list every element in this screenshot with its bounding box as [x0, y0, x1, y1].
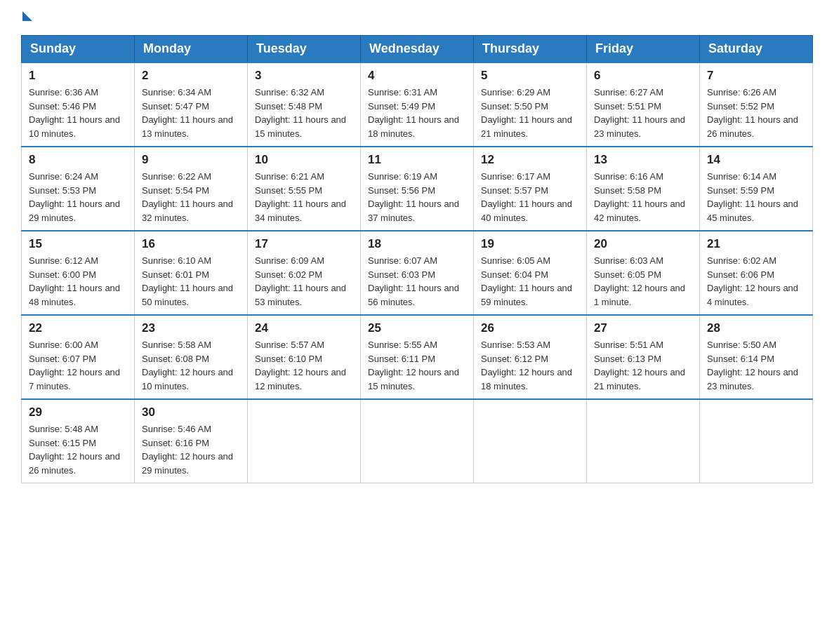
day-number: 1	[29, 69, 127, 83]
col-header-tuesday: Tuesday	[248, 36, 361, 63]
day-number: 28	[707, 321, 805, 335]
calendar-cell: 6 Sunrise: 6:27 AMSunset: 5:51 PMDayligh…	[587, 62, 700, 147]
day-number: 26	[481, 321, 579, 335]
day-number: 10	[255, 153, 353, 167]
day-number: 30	[142, 405, 240, 420]
day-number: 27	[594, 321, 692, 335]
day-number: 24	[255, 321, 353, 335]
calendar-cell: 16 Sunrise: 6:10 AMSunset: 6:01 PMDaylig…	[135, 231, 248, 315]
day-info: Sunrise: 6:22 AMSunset: 5:54 PMDaylight:…	[142, 170, 240, 224]
day-number: 15	[29, 237, 127, 251]
day-info: Sunrise: 6:16 AMSunset: 5:58 PMDaylight:…	[594, 170, 692, 224]
calendar-header-row: SundayMondayTuesdayWednesdayThursdayFrid…	[22, 36, 813, 63]
calendar-cell	[361, 399, 474, 483]
col-header-saturday: Saturday	[700, 36, 813, 63]
day-info: Sunrise: 6:07 AMSunset: 6:03 PMDaylight:…	[368, 254, 466, 309]
calendar-cell: 7 Sunrise: 6:26 AMSunset: 5:52 PMDayligh…	[700, 62, 813, 147]
calendar-cell	[474, 399, 587, 483]
week-row-5: 29 Sunrise: 5:48 AMSunset: 6:15 PMDaylig…	[22, 399, 813, 483]
day-info: Sunrise: 6:34 AMSunset: 5:47 PMDaylight:…	[142, 86, 240, 140]
calendar-cell: 8 Sunrise: 6:24 AMSunset: 5:53 PMDayligh…	[22, 147, 135, 231]
day-info: Sunrise: 6:09 AMSunset: 6:02 PMDaylight:…	[255, 254, 353, 309]
day-info: Sunrise: 5:51 AMSunset: 6:13 PMDaylight:…	[594, 338, 692, 393]
col-header-wednesday: Wednesday	[361, 36, 474, 63]
calendar-cell: 3 Sunrise: 6:32 AMSunset: 5:48 PMDayligh…	[248, 62, 361, 147]
calendar-cell: 17 Sunrise: 6:09 AMSunset: 6:02 PMDaylig…	[248, 231, 361, 315]
calendar-cell: 19 Sunrise: 6:05 AMSunset: 6:04 PMDaylig…	[474, 231, 587, 315]
day-info: Sunrise: 6:12 AMSunset: 6:00 PMDaylight:…	[29, 254, 127, 309]
day-info: Sunrise: 6:14 AMSunset: 5:59 PMDaylight:…	[707, 170, 805, 224]
calendar-cell: 21 Sunrise: 6:02 AMSunset: 6:06 PMDaylig…	[700, 231, 813, 315]
calendar-cell: 25 Sunrise: 5:55 AMSunset: 6:11 PMDaylig…	[361, 315, 474, 399]
day-number: 6	[594, 69, 692, 83]
col-header-monday: Monday	[135, 36, 248, 63]
day-info: Sunrise: 6:32 AMSunset: 5:48 PMDaylight:…	[255, 86, 353, 140]
week-row-3: 15 Sunrise: 6:12 AMSunset: 6:00 PMDaylig…	[22, 231, 813, 315]
calendar-cell: 1 Sunrise: 6:36 AMSunset: 5:46 PMDayligh…	[22, 62, 135, 147]
day-number: 14	[707, 153, 805, 167]
day-number: 17	[255, 237, 353, 251]
calendar-cell: 11 Sunrise: 6:19 AMSunset: 5:56 PMDaylig…	[361, 147, 474, 231]
day-info: Sunrise: 6:27 AMSunset: 5:51 PMDaylight:…	[594, 86, 692, 140]
week-row-1: 1 Sunrise: 6:36 AMSunset: 5:46 PMDayligh…	[22, 62, 813, 147]
calendar-cell	[248, 399, 361, 483]
day-info: Sunrise: 6:02 AMSunset: 6:06 PMDaylight:…	[707, 254, 805, 309]
logo	[21, 14, 32, 21]
calendar-cell: 14 Sunrise: 6:14 AMSunset: 5:59 PMDaylig…	[700, 147, 813, 231]
calendar-cell: 4 Sunrise: 6:31 AMSunset: 5:49 PMDayligh…	[361, 62, 474, 147]
calendar-cell	[700, 399, 813, 483]
day-info: Sunrise: 6:26 AMSunset: 5:52 PMDaylight:…	[707, 86, 805, 140]
calendar-cell: 5 Sunrise: 6:29 AMSunset: 5:50 PMDayligh…	[474, 62, 587, 147]
calendar-cell: 13 Sunrise: 6:16 AMSunset: 5:58 PMDaylig…	[587, 147, 700, 231]
day-number: 22	[29, 321, 127, 335]
day-number: 12	[481, 153, 579, 167]
day-number: 16	[142, 237, 240, 251]
day-info: Sunrise: 6:36 AMSunset: 5:46 PMDaylight:…	[29, 86, 127, 140]
day-number: 7	[707, 69, 805, 83]
calendar-cell: 29 Sunrise: 5:48 AMSunset: 6:15 PMDaylig…	[22, 399, 135, 483]
calendar-cell: 27 Sunrise: 5:51 AMSunset: 6:13 PMDaylig…	[587, 315, 700, 399]
calendar-cell: 24 Sunrise: 5:57 AMSunset: 6:10 PMDaylig…	[248, 315, 361, 399]
calendar-cell: 18 Sunrise: 6:07 AMSunset: 6:03 PMDaylig…	[361, 231, 474, 315]
day-number: 25	[368, 321, 466, 335]
page-header	[21, 14, 813, 21]
day-number: 20	[594, 237, 692, 251]
day-info: Sunrise: 6:29 AMSunset: 5:50 PMDaylight:…	[481, 86, 579, 140]
col-header-sunday: Sunday	[22, 36, 135, 63]
day-info: Sunrise: 5:57 AMSunset: 6:10 PMDaylight:…	[255, 338, 353, 393]
day-info: Sunrise: 5:53 AMSunset: 6:12 PMDaylight:…	[481, 338, 579, 393]
day-info: Sunrise: 5:48 AMSunset: 6:15 PMDaylight:…	[29, 422, 127, 477]
calendar-cell: 12 Sunrise: 6:17 AMSunset: 5:57 PMDaylig…	[474, 147, 587, 231]
day-info: Sunrise: 6:03 AMSunset: 6:05 PMDaylight:…	[594, 254, 692, 309]
calendar-cell: 9 Sunrise: 6:22 AMSunset: 5:54 PMDayligh…	[135, 147, 248, 231]
calendar-cell: 28 Sunrise: 5:50 AMSunset: 6:14 PMDaylig…	[700, 315, 813, 399]
day-info: Sunrise: 5:55 AMSunset: 6:11 PMDaylight:…	[368, 338, 466, 393]
day-info: Sunrise: 5:46 AMSunset: 6:16 PMDaylight:…	[142, 422, 240, 477]
day-info: Sunrise: 6:17 AMSunset: 5:57 PMDaylight:…	[481, 170, 579, 224]
calendar-cell: 26 Sunrise: 5:53 AMSunset: 6:12 PMDaylig…	[474, 315, 587, 399]
col-header-thursday: Thursday	[474, 36, 587, 63]
day-number: 9	[142, 153, 240, 167]
calendar-cell	[587, 399, 700, 483]
day-number: 13	[594, 153, 692, 167]
day-number: 5	[481, 69, 579, 83]
calendar-cell: 30 Sunrise: 5:46 AMSunset: 6:16 PMDaylig…	[135, 399, 248, 483]
day-info: Sunrise: 6:31 AMSunset: 5:49 PMDaylight:…	[368, 86, 466, 140]
day-info: Sunrise: 5:58 AMSunset: 6:08 PMDaylight:…	[142, 338, 240, 393]
day-number: 4	[368, 69, 466, 83]
calendar-cell: 2 Sunrise: 6:34 AMSunset: 5:47 PMDayligh…	[135, 62, 248, 147]
logo-triangle-icon	[22, 11, 32, 21]
calendar-cell: 23 Sunrise: 5:58 AMSunset: 6:08 PMDaylig…	[135, 315, 248, 399]
calendar-cell: 15 Sunrise: 6:12 AMSunset: 6:00 PMDaylig…	[22, 231, 135, 315]
day-number: 11	[368, 153, 466, 167]
day-number: 3	[255, 69, 353, 83]
day-info: Sunrise: 5:50 AMSunset: 6:14 PMDaylight:…	[707, 338, 805, 393]
day-info: Sunrise: 6:21 AMSunset: 5:55 PMDaylight:…	[255, 170, 353, 224]
day-number: 2	[142, 69, 240, 83]
day-number: 18	[368, 237, 466, 251]
day-info: Sunrise: 6:05 AMSunset: 6:04 PMDaylight:…	[481, 254, 579, 309]
col-header-friday: Friday	[587, 36, 700, 63]
day-number: 19	[481, 237, 579, 251]
day-info: Sunrise: 6:24 AMSunset: 5:53 PMDaylight:…	[29, 170, 127, 224]
day-info: Sunrise: 6:10 AMSunset: 6:01 PMDaylight:…	[142, 254, 240, 309]
